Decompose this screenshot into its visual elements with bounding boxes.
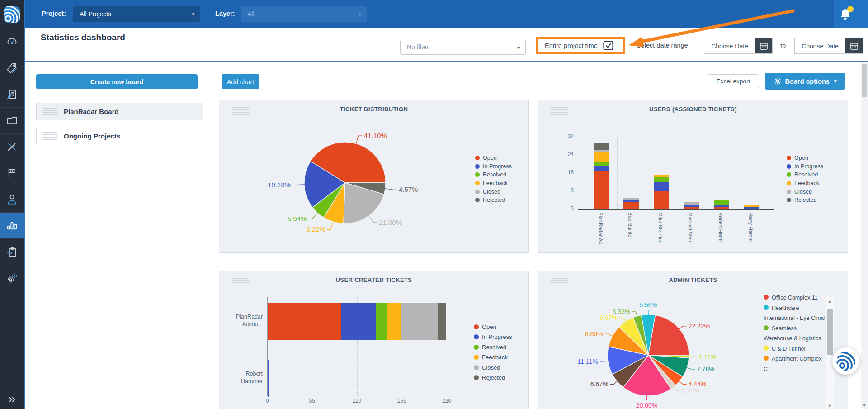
legend-item-Closed[interactable]: Closed bbox=[474, 362, 512, 373]
pie-slice-label: 11.11% bbox=[578, 358, 598, 365]
scroll-down-icon[interactable]: ▼ bbox=[826, 403, 834, 409]
legend-item-Resolved[interactable]: Resolved bbox=[475, 171, 512, 179]
sidebar-item-statistics[interactable] bbox=[0, 213, 24, 239]
legend-item-Office Complex 11[interactable]: Office Complex 11 bbox=[764, 293, 825, 303]
bar-segment-Rejected[interactable] bbox=[594, 143, 609, 150]
legend-item-Closed[interactable]: Closed bbox=[787, 187, 823, 196]
gridline bbox=[617, 137, 618, 209]
legend-item-Apartment Complex C[interactable]: Apartment Complex C bbox=[764, 354, 825, 374]
planradar-logo[interactable] bbox=[0, 0, 24, 29]
sidebar-item-flags[interactable] bbox=[0, 160, 24, 186]
bar-segment-Resolved[interactable] bbox=[714, 200, 729, 204]
legend-item-In Progress[interactable]: In Progress bbox=[475, 162, 512, 171]
bar-segment-Open[interactable] bbox=[714, 207, 729, 209]
create-new-board-button[interactable]: Create new board bbox=[36, 74, 198, 89]
bar-segment-In Progress[interactable] bbox=[341, 303, 376, 340]
bar-segment-In Progress[interactable] bbox=[623, 200, 639, 202]
bar-segment-Open[interactable] bbox=[654, 191, 669, 209]
bar-segment-Open[interactable] bbox=[623, 202, 639, 209]
legend-item-Resolved[interactable]: Resolved bbox=[787, 171, 823, 179]
legend-item-Feedback[interactable]: Feedback bbox=[474, 352, 512, 363]
legend-item-Rejected[interactable]: Rejected bbox=[787, 196, 823, 204]
pie-slice-label: 22.22% bbox=[689, 323, 710, 330]
gridline bbox=[707, 137, 707, 209]
legend-item-Rejected[interactable]: Rejected bbox=[475, 196, 512, 204]
sidebar-expand-icon[interactable]: » bbox=[0, 391, 24, 406]
drag-handle-icon[interactable] bbox=[43, 106, 57, 117]
gridline bbox=[587, 137, 587, 209]
bar-segment-In Progress[interactable] bbox=[654, 182, 669, 191]
legend-item-Healthcare International - Eye Clinic[interactable]: Healthcare International - Eye Clinic bbox=[764, 303, 825, 323]
legend-item-In Progress[interactable]: In Progress bbox=[787, 162, 823, 171]
bar-segment-Closed[interactable] bbox=[684, 202, 699, 204]
legend-item-C & D Tunnel[interactable]: C & D Tunnel bbox=[764, 344, 825, 354]
legend-scrollbar[interactable]: ▲ ▼ bbox=[826, 297, 834, 409]
sidebar-item-tools[interactable] bbox=[0, 134, 24, 160]
bar-segment-Feedback[interactable] bbox=[594, 152, 609, 162]
bar-segment-Closed[interactable] bbox=[401, 303, 438, 340]
entire-project-time-checkbox[interactable] bbox=[603, 41, 613, 51]
board-list-item-ongoing-projects[interactable]: Ongoing Projects bbox=[36, 128, 203, 144]
horizontal-bar-chart-canvas: 055110165220PlanRadarAccou...RobertHamme… bbox=[219, 271, 528, 409]
scrollbar-thumb[interactable] bbox=[862, 64, 867, 97]
support-bubble-planradar-icon[interactable] bbox=[832, 347, 859, 375]
legend-item-Seamless Warehouse & Logistics[interactable]: Seamless Warehouse & Logistics bbox=[764, 323, 825, 344]
sidebar-item-users[interactable] bbox=[0, 186, 24, 213]
filter-select[interactable]: No filter ▾ bbox=[400, 40, 526, 55]
date-to-input[interactable]: Choose Date bbox=[794, 38, 863, 54]
page-scrollbar[interactable]: ▼ bbox=[861, 62, 868, 409]
bar-segment-Feedback[interactable] bbox=[744, 204, 760, 207]
excel-export-button[interactable]: Excel export bbox=[708, 74, 759, 88]
board-list-item-planradar-board[interactable]: PlanRadar Board bbox=[36, 103, 203, 120]
pie-slice-Office Complex 11[interactable] bbox=[648, 315, 689, 355]
calendar-icon[interactable] bbox=[755, 38, 772, 53]
bar-segment-Resolved[interactable] bbox=[376, 303, 386, 340]
legend-item-Closed[interactable]: Closed bbox=[475, 187, 512, 196]
add-chart-button[interactable]: Add chart bbox=[222, 74, 259, 89]
bar-segment-Resolved[interactable] bbox=[594, 162, 609, 166]
legend-item-Rejected[interactable]: Rejected bbox=[474, 373, 512, 383]
bar-segment-Rejected[interactable] bbox=[438, 303, 446, 340]
scrollbar-thumb[interactable] bbox=[827, 309, 833, 355]
bar-segment-In Progress[interactable] bbox=[268, 360, 269, 397]
scroll-up-icon[interactable]: ▲ bbox=[826, 298, 834, 304]
sidebar-item-projects[interactable] bbox=[0, 108, 24, 134]
legend-item-In Progress[interactable]: In Progress bbox=[474, 332, 512, 342]
bar-segment-Closed[interactable] bbox=[623, 198, 639, 200]
legend-item-Feedback[interactable]: Feedback bbox=[475, 179, 512, 188]
board-options-button[interactable]: Board options ▾ bbox=[765, 73, 845, 90]
bar-segment-Open[interactable] bbox=[268, 303, 341, 340]
bar-segment-Closed[interactable] bbox=[594, 150, 609, 152]
bar-segment-In Progress[interactable] bbox=[684, 204, 699, 207]
legend-item-Open[interactable]: Open bbox=[474, 322, 512, 332]
pie-slice-label: 20.00% bbox=[636, 402, 657, 409]
legend-item-Feedback[interactable]: Feedback bbox=[787, 179, 823, 188]
bar-segment-Resolved[interactable] bbox=[654, 177, 669, 182]
user-icon bbox=[6, 193, 18, 205]
bar-segment-Feedback[interactable] bbox=[654, 175, 669, 177]
sidebar-item-settings[interactable] bbox=[0, 265, 24, 291]
calendar-icon[interactable] bbox=[845, 38, 863, 53]
bar-segment-In Progress[interactable] bbox=[714, 204, 729, 207]
scroll-down-icon[interactable]: ▼ bbox=[861, 402, 868, 408]
bar-segment-Feedback[interactable] bbox=[387, 303, 401, 340]
legend-item-Open[interactable]: Open bbox=[787, 154, 823, 162]
sidebar-item-tags[interactable] bbox=[0, 55, 24, 81]
legend-item-Resolved[interactable]: Resolved bbox=[474, 342, 512, 352]
legend-item-Open[interactable]: Open bbox=[475, 154, 512, 162]
sidebar-item-plans[interactable] bbox=[0, 81, 24, 108]
bar-segment-In Progress[interactable] bbox=[744, 207, 760, 209]
bar-segment-Open[interactable] bbox=[684, 207, 699, 209]
bar-segment-Open[interactable] bbox=[594, 171, 609, 209]
project-select[interactable]: All Projects ▾ bbox=[73, 6, 200, 22]
bar-segment-In Progress[interactable] bbox=[594, 166, 609, 171]
sidebar-item-export[interactable] bbox=[0, 239, 24, 265]
bar-chart-icon bbox=[6, 219, 18, 232]
drag-handle-icon[interactable] bbox=[43, 131, 57, 141]
y-axis-tick-label: 32 bbox=[557, 133, 574, 139]
checkbox-checked-icon bbox=[603, 41, 613, 51]
date-from-input[interactable]: Choose Date bbox=[704, 38, 773, 54]
sidebar-item-dashboard[interactable] bbox=[0, 29, 24, 55]
pie-slice-label: 4.57% bbox=[399, 185, 418, 193]
layer-select[interactable]: All ▾ bbox=[241, 6, 367, 22]
